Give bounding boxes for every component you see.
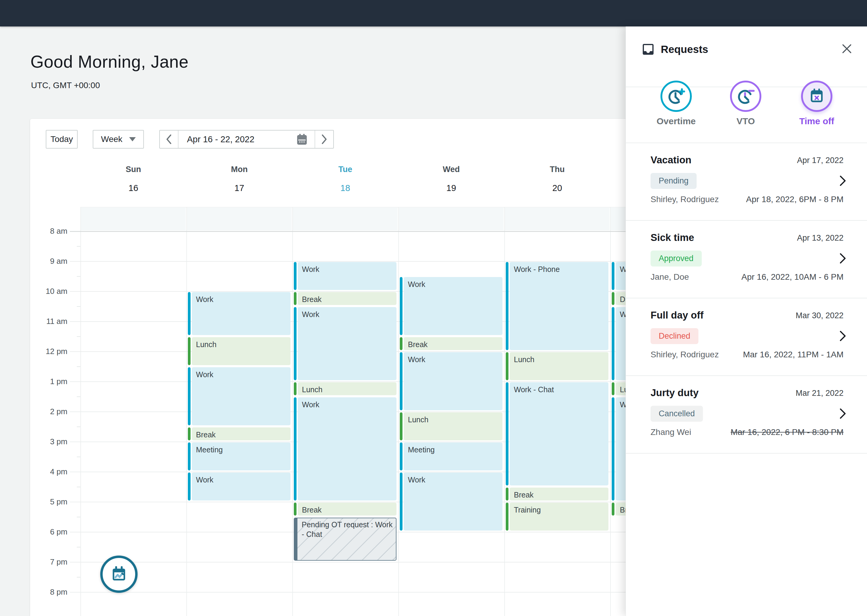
event-block-break[interactable]: Break (400, 337, 503, 350)
event-stripe (506, 352, 508, 380)
event-block-work[interactable]: Work - Chat (506, 382, 608, 486)
day-header-thu: Thu20 (504, 164, 610, 193)
event-block-break[interactable]: Lunch (506, 352, 608, 380)
event-block-break[interactable]: Break (506, 487, 608, 501)
event-block-break[interactable]: Lunch (400, 412, 503, 440)
event-block-work[interactable]: Meeting (400, 442, 503, 470)
event-label: Break (192, 427, 290, 440)
chevron-right-icon[interactable] (838, 330, 847, 344)
request-date: Apr 13, 2022 (797, 233, 843, 243)
event-stripe (506, 382, 508, 486)
event-label: Work (298, 398, 396, 501)
top-bar (0, 0, 867, 27)
request-title: Vacation (651, 154, 692, 166)
page-title: Good Morning, Jane (30, 52, 188, 72)
event-label: Work (192, 367, 290, 425)
chevron-right-icon[interactable] (838, 174, 847, 188)
request-person: Jane, Doe (651, 272, 689, 282)
event-block-work[interactable]: Work (188, 367, 290, 425)
event-stripe (506, 487, 508, 501)
next-week-button[interactable] (315, 130, 333, 148)
event-block-work[interactable]: Work (294, 398, 396, 501)
chevron-down-icon (129, 137, 136, 141)
event-stripe (400, 412, 402, 440)
chevron-right-icon[interactable] (838, 407, 847, 421)
day-name-label: Thu (504, 164, 610, 175)
request-item-jurty-duty[interactable]: Jurty dutyMar 21, 2022CancelledZhang Wei… (626, 376, 867, 454)
hour-label: 8 am (30, 226, 68, 236)
allday-cell (505, 207, 610, 230)
event-block-pending_ot[interactable]: Pending OT request : Work - Chat (294, 518, 396, 561)
event-stripe (188, 427, 191, 440)
event-block-work[interactable]: Work (294, 307, 396, 380)
event-block-work[interactable]: Work (400, 277, 503, 335)
event-stripe (400, 352, 402, 410)
event-block-break[interactable]: Break (294, 292, 396, 305)
event-label: Break (298, 503, 396, 515)
hour-label: 6 pm (30, 527, 68, 537)
event-block-work[interactable]: Work (294, 262, 396, 290)
view-select-label: Week (101, 134, 122, 144)
event-label: Work - Phone (510, 262, 608, 350)
date-range-label: Apr 16 - 22, 2022 (187, 134, 254, 145)
half-hour-tick (77, 246, 80, 247)
schedule-insights-fab[interactable] (100, 556, 137, 593)
event-label: Lunch (192, 337, 290, 365)
event-stripe (506, 503, 508, 531)
view-select[interactable]: Week (93, 130, 144, 149)
event-block-break[interactable]: Lunch (294, 382, 396, 395)
event-block-work[interactable]: Work - Phone (506, 262, 608, 350)
half-hour-tick (77, 396, 80, 397)
prev-week-button[interactable] (160, 130, 178, 148)
event-stripe (294, 382, 296, 395)
time-off-calendar-x-icon (801, 81, 832, 112)
event-stripe (612, 382, 615, 395)
event-label: Work (298, 262, 396, 290)
day-date-label: 19 (398, 182, 504, 193)
event-block-break[interactable]: Training (506, 503, 608, 531)
request-date: Mar 30, 2022 (796, 311, 843, 321)
event-block-work[interactable]: Work (400, 352, 503, 410)
event-stripe (188, 442, 191, 470)
date-range-button[interactable]: Apr 16 - 22, 2022 (178, 130, 315, 148)
request-item-vacation[interactable]: VacationApr 17, 2022PendingShirley, Rodr… (626, 143, 867, 221)
event-block-break[interactable]: Break (294, 503, 396, 515)
today-button[interactable]: Today (46, 130, 78, 149)
event-stripe (294, 262, 296, 290)
event-block-work[interactable]: Work (188, 292, 290, 335)
event-block-break[interactable]: Break (188, 427, 290, 440)
half-hour-tick (77, 517, 80, 517)
overtime-clock-plus-icon (660, 81, 692, 112)
hour-label: 11 am (30, 317, 68, 326)
close-panel-button[interactable] (840, 41, 854, 56)
action-vto[interactable]: VTO (716, 81, 776, 126)
event-label: Break (404, 337, 503, 350)
event-block-work[interactable]: Work (400, 473, 503, 531)
request-person: Shirley, Rodriguez (651, 194, 719, 204)
event-stripe (188, 292, 191, 335)
event-block-work[interactable]: Work (188, 473, 290, 501)
timezone-label: UTC, GMT +00:00 (31, 81, 100, 90)
requests-panel: Requests Overti (626, 27, 867, 616)
event-stripe (612, 307, 615, 380)
request-item-sick-time[interactable]: Sick timeApr 13, 2022ApprovedJane, DoeAp… (626, 221, 867, 299)
day-date-label: 17 (186, 182, 292, 193)
chevron-right-icon[interactable] (838, 252, 847, 266)
event-stripe (188, 367, 191, 425)
day-name-label: Sun (80, 164, 186, 175)
event-label: Work (404, 277, 503, 335)
event-stripe (612, 398, 615, 501)
allday-cell (187, 207, 292, 230)
request-item-full-day-off[interactable]: Full day offMar 30, 2022DeclinedShirley,… (626, 299, 867, 376)
event-block-work[interactable]: Meeting (188, 442, 290, 470)
event-label: Work (192, 292, 290, 335)
event-label: Work (298, 307, 396, 380)
event-block-break[interactable]: Lunch (188, 337, 290, 365)
event-stripe (294, 292, 296, 305)
hour-label: 9 am (30, 256, 68, 266)
status-badge: Approved (651, 251, 702, 267)
action-overtime[interactable]: Overtime (646, 81, 706, 126)
day-name-label: Mon (186, 164, 292, 175)
action-time-off[interactable]: Time off (787, 81, 847, 126)
chevron-right-icon (320, 134, 328, 145)
